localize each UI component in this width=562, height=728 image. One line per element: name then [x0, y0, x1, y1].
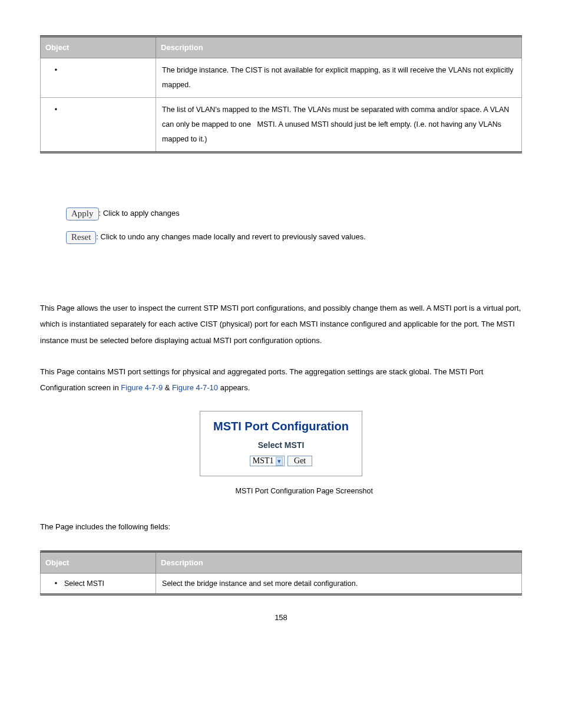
- table-row: • MSTI The bridge instance. The CIST is …: [41, 58, 522, 98]
- mapping-table: Object Description • MSTI The bridge ins…: [40, 35, 522, 153]
- reset-button[interactable]: Reset: [66, 231, 96, 244]
- table-row: • VLANs Mapped The list of VLAN's mapped…: [41, 98, 522, 153]
- section-para-1: This Page allows the user to inspect the…: [40, 300, 522, 348]
- object-label: MSTI: [64, 63, 82, 78]
- msti-select[interactable]: MST1▾: [250, 456, 285, 466]
- object-label: Select MSTI: [64, 579, 104, 588]
- bullet-icon: •: [52, 103, 59, 117]
- description-cell: The bridge instance. The CIST is not ava…: [156, 58, 522, 98]
- figure-ref-link[interactable]: Figure 4-7-9: [121, 383, 163, 392]
- section-para-2: This Page contains MSTI port settings fo…: [40, 364, 522, 396]
- msti-config-panel: MSTI Port Configuration Select MSTI MST1…: [200, 411, 362, 476]
- col-description-header: Description: [156, 551, 522, 573]
- apply-button[interactable]: Apply: [66, 207, 99, 220]
- description-cell: The list of VLAN's mapped to the MSTI. T…: [156, 98, 522, 153]
- object-label: VLANs Mapped: [64, 103, 116, 117]
- col-description-header: Description: [156, 37, 522, 58]
- page-number: 158: [40, 613, 522, 622]
- reset-description: : Click to undo any changes made locally…: [96, 232, 365, 241]
- fields-table: Object Description • Select MSTI Select …: [40, 551, 522, 595]
- panel-subtitle: Select MSTI: [213, 440, 349, 450]
- col-object-header: Object: [41, 551, 156, 573]
- bullet-icon: •: [52, 579, 59, 588]
- apply-description: : Click to apply changes: [99, 209, 180, 218]
- get-button[interactable]: Get: [287, 456, 312, 466]
- table-row: • Select MSTI Select the bridge instance…: [41, 573, 522, 594]
- bullet-icon: •: [52, 63, 59, 78]
- description-cell: Select the bridge instance and set more …: [156, 573, 522, 594]
- col-object-header: Object: [41, 37, 156, 58]
- panel-title: MSTI Port Configuration: [213, 420, 349, 433]
- fields-intro: The Page includes the following fields:: [40, 519, 522, 535]
- section-heading: 4.7.5 MSTI Ports Configuration: [40, 277, 522, 287]
- figure-caption: Figure 4-7-9 : MSTI Port Configuration P…: [40, 487, 522, 495]
- figure-ref-link[interactable]: Figure 4-7-10: [172, 383, 218, 392]
- buttons-heading: Buttons: [40, 183, 522, 192]
- chevron-down-icon: ▾: [276, 457, 283, 466]
